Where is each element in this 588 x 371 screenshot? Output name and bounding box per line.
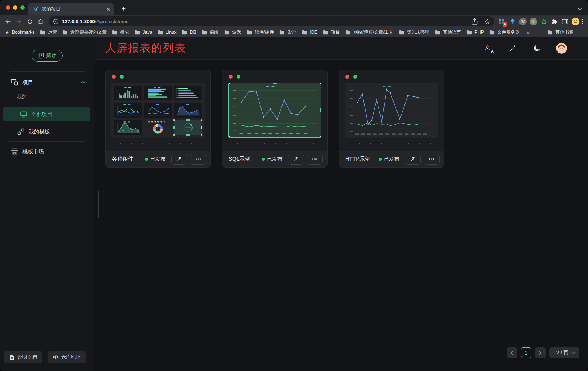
other-bookmarks[interactable]: 其他书签 — [547, 29, 573, 36]
home-button[interactable] — [36, 16, 46, 26]
new-project-button[interactable]: 新建 — [32, 50, 63, 62]
url-host: 127.0.0.1:3000 — [62, 19, 95, 24]
tab-search-button[interactable] — [577, 5, 582, 12]
repo-button[interactable]: </> 仓库地址 — [48, 351, 86, 363]
bookmark-folder[interactable]: 其他语言 — [435, 29, 461, 36]
sidebar-footer: 说明文档 </> 仓库地址 — [0, 343, 94, 371]
extension-evernote[interactable] — [539, 17, 549, 26]
edit-project-button[interactable] — [405, 154, 421, 165]
screens-icon — [11, 79, 18, 86]
profile-avatar[interactable] — [571, 17, 580, 26]
bookmark-folder[interactable]: 资讯未整理 — [399, 29, 430, 36]
bookmark-folder[interactable]: 网站/博客/文章/工具 — [345, 29, 393, 36]
status-dot-icon — [145, 158, 148, 161]
bookmark-folder[interactable]: DB — [182, 30, 196, 35]
extension-badge: 9 — [503, 22, 507, 27]
bookmark-folder[interactable]: 软件/硬件 — [247, 29, 274, 36]
minimize-window-button[interactable] — [13, 5, 17, 10]
bookmark-folder[interactable]: 近期需要读的文章 — [62, 29, 107, 36]
green-dot — [237, 75, 240, 79]
bookmarks-overflow-button[interactable]: » — [527, 29, 530, 35]
project-card[interactable]: SQL示例 已发布 — [222, 70, 328, 168]
sidebar-item-template-market[interactable]: 模板市场 — [0, 144, 94, 159]
tab-close-icon[interactable] — [106, 7, 110, 11]
more-actions-button[interactable] — [190, 154, 206, 165]
bookmark-star-button[interactable] — [482, 17, 492, 26]
status-dot-icon — [379, 158, 382, 161]
thumbnail-dotted-line — [229, 143, 321, 144]
reload-button[interactable] — [25, 16, 35, 26]
chevron-up-icon[interactable] — [81, 81, 85, 84]
docs-button[interactable]: 说明文档 — [4, 351, 42, 363]
mini-hbar-chart — [144, 86, 172, 100]
dark-mode-button[interactable] — [532, 44, 542, 53]
browser-tab[interactable]: 我的项目 — [28, 3, 114, 15]
bookmark-folder[interactable]: 项目 — [323, 29, 340, 36]
side-panel-button[interactable] — [560, 17, 570, 26]
forward-button[interactable] — [14, 16, 24, 26]
sidebar-item-all-projects[interactable]: 全部项目 — [3, 107, 90, 121]
current-page-button[interactable]: 1 — [521, 347, 531, 358]
extension-shortcuts[interactable]: ⌘ — [518, 17, 528, 26]
bookmark-folder[interactable]: Linux — [158, 30, 177, 35]
bookmark-folder[interactable]: PHP — [466, 30, 484, 35]
url-bar[interactable]: 127.0.0.1:3000/#/project/items — [49, 16, 494, 26]
url-path: /#/project/items — [95, 19, 128, 24]
edit-project-button[interactable] — [288, 154, 304, 165]
smiley-avatar-icon — [571, 17, 580, 26]
bookmarks-root[interactable]: ★ Bookmarks — [5, 30, 34, 35]
next-page-button[interactable] — [535, 347, 546, 358]
new-tab-button[interactable] — [119, 4, 128, 13]
extension-gem[interactable] — [507, 17, 517, 26]
page-size-select[interactable]: 12 / 页 — [549, 347, 579, 358]
prev-page-button[interactable] — [507, 347, 517, 358]
puzzle-icon — [551, 18, 558, 25]
project-thumbnail-components: 25.00% — [111, 83, 205, 138]
folder-icon — [435, 30, 440, 35]
sidebar-item-my-templates[interactable]: 我的模板 — [0, 124, 94, 139]
extension-recorder[interactable] — [529, 17, 538, 26]
user-avatar[interactable] — [556, 43, 567, 54]
bookmark-folder[interactable]: Java — [135, 30, 152, 35]
moon-icon — [533, 44, 541, 52]
create-copy-plus-icon — [38, 53, 44, 59]
sidebar-group-project[interactable]: 项目 — [0, 75, 94, 90]
red-dot — [229, 75, 233, 79]
green-dot — [353, 75, 357, 79]
reload-icon — [27, 18, 33, 25]
project-card[interactable]: HTTP示例 已发布 — [339, 70, 444, 168]
extensions-menu-button[interactable] — [550, 17, 559, 26]
bookmark-folder[interactable]: 搜索 — [112, 29, 129, 36]
chevron-down-icon — [577, 8, 582, 11]
project-thumbnail-sql-chart — [228, 83, 321, 138]
bookmark-folder[interactable]: 运营 — [40, 29, 57, 36]
theme-wand-button[interactable] — [508, 44, 518, 53]
hammer-icon — [293, 156, 299, 162]
extension-tabs-outliner[interactable]: 9 — [497, 17, 507, 26]
hammer-icon — [410, 156, 416, 162]
hammer-icon — [176, 156, 182, 162]
back-button[interactable] — [3, 16, 13, 26]
project-card[interactable]: 25.00% 各种组件 已发布 — [105, 70, 211, 168]
close-window-button[interactable] — [6, 5, 10, 10]
language-toggle-button[interactable]: 文A — [484, 44, 494, 53]
bookmark-folder[interactable]: 设计 — [279, 29, 296, 36]
browser-menu-button[interactable] — [582, 19, 583, 24]
share-button[interactable] — [470, 17, 479, 26]
site-info-icon[interactable] — [53, 18, 59, 24]
green-star-icon — [540, 18, 547, 25]
more-actions-button[interactable] — [424, 154, 440, 165]
bookmark-folder[interactable]: IDE — [302, 30, 317, 35]
scrollbar-thumb[interactable] — [98, 191, 99, 218]
more-actions-button[interactable] — [307, 154, 323, 165]
browser-window: 我的项目 — [0, 0, 588, 371]
bookmark-folder[interactable]: 前端 — [202, 29, 219, 36]
bookmark-folder[interactable]: 文件服务器 — [489, 29, 520, 36]
maximize-window-button[interactable] — [20, 5, 25, 10]
edit-project-button[interactable] — [171, 154, 187, 165]
folder-icon — [399, 30, 404, 35]
bookmark-folder[interactable]: 游戏 — [224, 29, 241, 36]
http-line-chart — [345, 83, 438, 138]
folder-icon — [224, 30, 230, 35]
publish-status: 已发布 — [145, 156, 165, 162]
